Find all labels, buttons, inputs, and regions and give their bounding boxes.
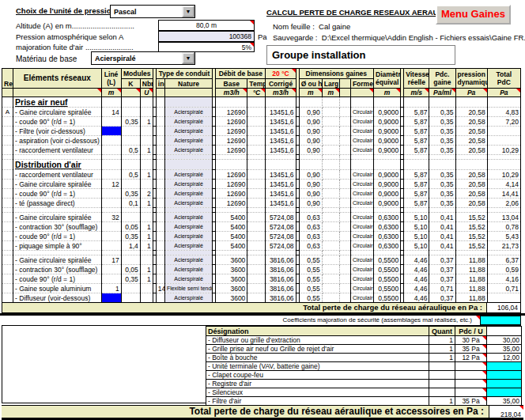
cell-diam[interactable]: 0,9000: [374, 117, 401, 127]
cell-rep[interactable]: [2, 160, 13, 170]
blue-input-cell[interactable]: [101, 127, 121, 136]
cell-k[interactable]: 0,5: [121, 170, 140, 180]
cell-nbre[interactable]: 1: [140, 146, 153, 155]
cell-total[interactable]: 6,37: [487, 255, 520, 265]
cell-total[interactable]: 5,43: [487, 232, 520, 241]
cell-forme[interactable]: Circulair: [350, 255, 373, 265]
cell-line[interactable]: [101, 274, 121, 284]
cell-nbre[interactable]: [140, 136, 153, 146]
cell-k[interactable]: 0,35: [121, 117, 140, 127]
cell-pdcg[interactable]: 0,35: [429, 136, 455, 146]
cell-small[interactable]: [339, 146, 350, 155]
material-dropdown[interactable]: Acierspiralé ▼: [91, 51, 195, 65]
cell-rep[interactable]: [2, 232, 13, 241]
cell-nbre[interactable]: [140, 180, 153, 189]
cell-larg[interactable]: [322, 213, 339, 222]
cell-line[interactable]: 1: [101, 284, 121, 293]
cell-base[interactable]: 12690: [216, 146, 247, 155]
cell-k[interactable]: 0,35: [121, 232, 140, 241]
cell-temp[interactable]: [247, 255, 266, 265]
cell-k[interactable]: 0,35: [121, 274, 140, 284]
cell-nature[interactable]: Flexible semi tendu: [164, 284, 212, 293]
cell-vit[interactable]: [404, 97, 429, 108]
cell-pdyn[interactable]: 20,58: [455, 117, 487, 127]
cell-larg[interactable]: [322, 127, 339, 136]
cell-temp[interactable]: [247, 199, 266, 208]
cell-diam[interactable]: 0,9000: [374, 127, 401, 136]
cell-pdyn[interactable]: 20,58: [455, 136, 487, 146]
cell-pdyn[interactable]: 20,58: [455, 108, 487, 117]
cell-base[interactable]: 3600: [216, 265, 247, 274]
cell-vit[interactable]: 5,87: [404, 180, 429, 189]
cell-diam[interactable]: 0,6300: [374, 222, 401, 232]
cell-nature[interactable]: Acierspiralé: [164, 213, 212, 222]
cell-pdyn[interactable]: 20,58: [455, 146, 487, 155]
cell-oht[interactable]: 0,55: [299, 274, 322, 284]
cell-base[interactable]: 12690: [216, 117, 247, 127]
cell-temp[interactable]: [247, 127, 266, 136]
pressure-unit-dropdown[interactable]: Pascal ▼: [110, 5, 195, 18]
cell-pdcg[interactable]: 0,37: [429, 255, 455, 265]
cell-ind[interactable]: [156, 199, 164, 208]
cell-diam[interactable]: 0,5500: [374, 293, 401, 303]
cell-rep[interactable]: [2, 170, 13, 180]
cell-forme[interactable]: Circulair: [350, 199, 373, 208]
cell-nature[interactable]: Acierspiralé: [164, 180, 212, 189]
cell-nature[interactable]: Acierspiralé: [164, 136, 212, 146]
cell-pdcg[interactable]: 0,35: [429, 146, 455, 155]
cell-nature[interactable]: Acierspiralé: [164, 293, 212, 303]
accessory-label[interactable]: - Silencieux: [206, 388, 429, 397]
cell-pdcg[interactable]: 0,41: [429, 241, 455, 251]
safety-coefficient-input[interactable]: [480, 316, 521, 325]
accessory-pdc-unit[interactable]: 30 Pa: [455, 336, 487, 345]
cell-corrige[interactable]: 3816,06: [266, 293, 296, 303]
cell-oht[interactable]: 0,55: [299, 293, 322, 303]
cell-rep[interactable]: [2, 222, 13, 232]
cell-vit[interactable]: 5,10: [404, 232, 429, 241]
cell-nbre[interactable]: [140, 284, 153, 293]
cell-base[interactable]: 5400: [216, 213, 247, 222]
cell-vit[interactable]: 5,87: [404, 146, 429, 155]
cell-oht[interactable]: 0,63: [299, 222, 322, 232]
accessory-quantity[interactable]: [429, 362, 455, 371]
cell-k[interactable]: 0,05: [121, 265, 140, 274]
cell-base[interactable]: [216, 97, 247, 108]
accessory-value-input[interactable]: [487, 380, 522, 388]
accessory-value[interactable]: 12,00: [487, 354, 522, 362]
cell-rep[interactable]: [2, 97, 13, 108]
cell-vit[interactable]: 4,46: [404, 265, 429, 274]
cell-pdyn[interactable]: 20,58: [455, 189, 487, 199]
cell-rep[interactable]: [2, 213, 13, 222]
cell-vit[interactable]: 5,10: [404, 222, 429, 232]
menu-gaines-button[interactable]: Menu Gaines: [436, 5, 511, 25]
cell-nature[interactable]: Acierspiralé: [164, 199, 212, 208]
cell-small[interactable]: [339, 136, 350, 146]
cell-vit[interactable]: 5,87: [404, 189, 429, 199]
cell-total[interactable]: 4,16: [487, 274, 520, 284]
cell-line[interactable]: [101, 146, 121, 155]
cell-larg[interactable]: [322, 199, 339, 208]
cell-forme[interactable]: Circulair: [350, 189, 373, 199]
cell-nature[interactable]: [164, 160, 212, 170]
cell-oht[interactable]: 0,90: [299, 180, 322, 189]
cell-ind[interactable]: [156, 146, 164, 155]
cell-label[interactable]: - piquage simple à 90°: [13, 241, 101, 251]
cell-temp[interactable]: [247, 108, 266, 117]
cell-k[interactable]: [121, 284, 140, 293]
accessory-label[interactable]: - Filtre d'air: [206, 397, 429, 406]
cell-ind[interactable]: [156, 274, 164, 284]
cell-pdyn[interactable]: 11,88: [455, 293, 487, 303]
cell-small[interactable]: [339, 97, 350, 108]
cell-label[interactable]: - Gaine souple aluminium: [13, 284, 101, 293]
cell-pdyn[interactable]: 15,52: [455, 232, 487, 241]
cell-pdcg[interactable]: 0,35: [429, 117, 455, 127]
cell-larg[interactable]: [322, 274, 339, 284]
cell-oht[interactable]: 0,90: [299, 146, 322, 155]
cell-total[interactable]: 13,04: [487, 213, 520, 222]
cell-base[interactable]: 12690: [216, 180, 247, 189]
cell-line[interactable]: [101, 241, 121, 251]
cell-vit[interactable]: 5,87: [404, 117, 429, 127]
cell-label[interactable]: - contraction 30° (soufflage): [13, 222, 101, 232]
cell-pdyn[interactable]: 11,88: [455, 265, 487, 274]
cell-ind[interactable]: [156, 127, 164, 136]
